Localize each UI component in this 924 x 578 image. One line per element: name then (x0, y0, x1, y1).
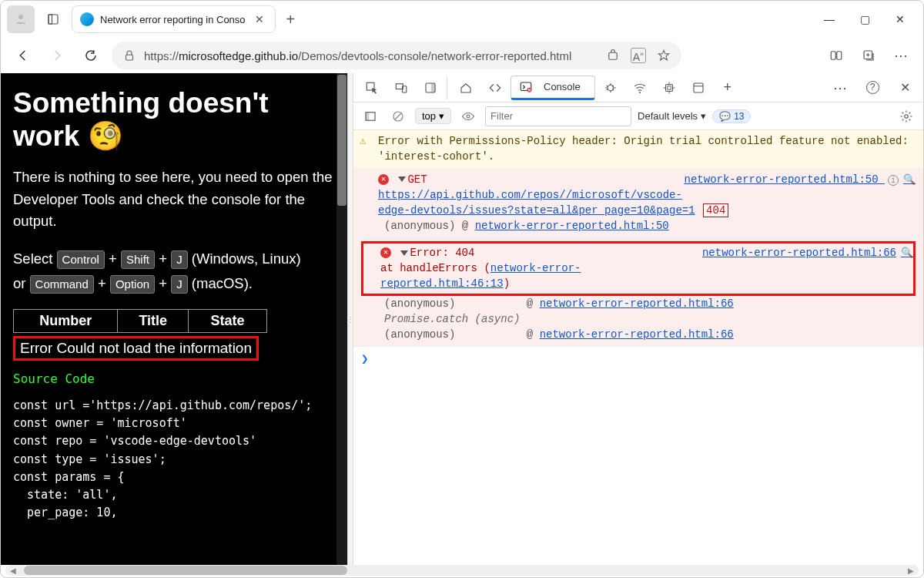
tab-elements[interactable] (481, 76, 509, 100)
clear-console-button[interactable] (387, 106, 409, 127)
stack-link[interactable]: network-error-reported.html:66 (540, 328, 734, 341)
device-emulation-button[interactable] (387, 76, 415, 100)
reload-button[interactable] (78, 42, 104, 69)
devtools-more-button[interactable]: ⋯ (826, 76, 854, 100)
log-levels-selector[interactable]: Default levels▾ (638, 110, 706, 122)
browser-titlebar: Network error reporting in Conso ✕ + — ▢… (1, 1, 923, 38)
collections-button[interactable] (855, 42, 882, 69)
error-icon: ✕ (380, 247, 391, 258)
close-icon: ✕ (900, 80, 910, 95)
chevron-down-icon: ▾ (439, 110, 444, 122)
devtools-help-button[interactable]: ? (859, 76, 886, 100)
scroll-left-button[interactable]: ◀ (7, 565, 19, 576)
workspaces-button[interactable] (39, 5, 67, 33)
stack-link[interactable]: network-error-reported.html:50 (475, 220, 669, 232)
stack-link[interactable]: network-error-reported.html:66 (540, 297, 734, 310)
svg-point-0 (18, 15, 23, 19)
txt: + (155, 275, 171, 291)
src-link-text[interactable]: network-error-reported.html:66 (702, 247, 896, 259)
console-error-row-1[interactable]: network-error-reported.html:50 i🔍 ✕ GET … (353, 169, 923, 238)
console-output[interactable]: Error with Permissions-Policy header: Or… (353, 130, 923, 565)
console-filter-input[interactable] (485, 106, 631, 126)
dock-side-button[interactable] (417, 76, 447, 100)
split-icon (829, 49, 843, 62)
browser-tab[interactable]: Network error reporting in Conso ✕ (72, 5, 276, 33)
maximize-button[interactable]: ▢ (848, 7, 882, 32)
back-button[interactable] (10, 42, 36, 69)
disclosure-triangle-icon[interactable] (400, 250, 408, 256)
url-host: microsoftedge.github.io (179, 49, 298, 62)
browser-menu-button[interactable]: ⋯ (888, 42, 914, 69)
console-toolbar: top▾ Default levels▾ 💬13 (353, 102, 923, 130)
source-link[interactable]: network-error-reported.html:66🔍 (702, 245, 913, 261)
scroll-right-button[interactable]: ▶ (905, 565, 917, 576)
url-text: https://microsoftedge.github.io/Demos/de… (144, 49, 571, 62)
new-tab-button[interactable]: + (280, 11, 302, 29)
person-icon (14, 12, 28, 26)
profile-avatar[interactable] (7, 5, 35, 33)
viewport-horizontal-scrollbar[interactable]: ◀ ▶ (5, 565, 919, 576)
console-warning-row[interactable]: Error with Permissions-Policy header: Or… (353, 130, 923, 169)
page-scroll-thumb[interactable] (337, 75, 346, 206)
issues-counter[interactable]: 💬13 (712, 109, 751, 123)
disclosure-triangle-icon[interactable] (398, 176, 406, 182)
devtools-splitter[interactable]: ⋮ (347, 73, 353, 565)
stack-fn: (anonymous) (384, 328, 455, 341)
source-code-block: const url ='https://api.github.com/repos… (13, 397, 335, 523)
arrow-right-icon (50, 49, 64, 62)
stack-frame: (anonymous) @ network-error-reported.htm… (361, 296, 916, 311)
svg-rect-12 (430, 83, 434, 92)
svg-rect-21 (366, 112, 370, 120)
tab-console[interactable]: Console (511, 76, 595, 100)
toolbar-right: ⋯ (823, 42, 914, 69)
inspect-element-button[interactable] (358, 76, 386, 100)
lock-icon (122, 49, 136, 62)
stack-frame: (anonymous) @ network-error-reported.htm… (361, 218, 916, 234)
tab-title: Network error reporting in Conso (100, 14, 246, 25)
tab-close-button[interactable]: ✕ (252, 13, 267, 25)
page-error-highlight: Error Could not load the information (13, 336, 259, 361)
console-settings-button[interactable] (896, 106, 917, 127)
edge-favicon-icon (80, 12, 94, 26)
info-icon[interactable]: i (888, 175, 899, 186)
svg-rect-3 (126, 55, 133, 60)
shopping-icon[interactable] (606, 49, 620, 62)
devtools-close-button[interactable]: ✕ (891, 76, 919, 100)
wifi-icon (633, 81, 647, 95)
console-error-row-2[interactable]: network-error-reported.html:66🔍 ✕ Error:… (353, 238, 923, 347)
tab-welcome[interactable] (452, 76, 480, 100)
live-expression-button[interactable] (457, 106, 479, 127)
search-icon[interactable]: 🔍 (901, 247, 913, 259)
split-screen-button[interactable] (823, 42, 849, 69)
close-window-button[interactable]: ✕ (883, 7, 917, 32)
request-url[interactable]: https://api.github.com/repos//microsoft/… (378, 189, 695, 217)
scroll-thumb[interactable] (24, 566, 347, 575)
favorite-star-icon[interactable] (657, 49, 671, 62)
clear-icon (391, 109, 405, 123)
src-link-text[interactable]: network-error-reported.html:50 (685, 173, 879, 186)
tab-sources[interactable] (597, 76, 624, 100)
collections-icon (862, 49, 875, 62)
svg-point-16 (639, 92, 641, 93)
console-prompt[interactable]: ❯ (353, 347, 923, 371)
tab-network[interactable] (626, 76, 654, 100)
tab-performance[interactable] (655, 76, 683, 100)
context-selector[interactable]: top▾ (415, 108, 451, 124)
address-bar[interactable]: https://microsoftedge.github.io/Demos/de… (112, 42, 681, 69)
ellipsis-icon: ⋯ (833, 79, 847, 96)
devices-icon (394, 81, 408, 95)
plus-icon: + (723, 79, 732, 96)
toggle-sidebar-button[interactable] (360, 106, 381, 127)
tab-application[interactable] (685, 76, 712, 100)
address-bar-row: https://microsoftedge.github.io/Demos/de… (1, 38, 923, 73)
svg-rect-19 (694, 83, 703, 92)
txt: (Windows, Linux) (188, 250, 301, 267)
source-link[interactable]: network-error-reported.html:50 i🔍 (685, 172, 916, 188)
page-vertical-scrollbar[interactable] (336, 73, 347, 565)
chevron-down-icon: ▾ (701, 110, 706, 122)
svg-rect-9 (396, 83, 403, 89)
minimize-button[interactable]: — (812, 7, 846, 32)
tab-add[interactable]: + (714, 76, 742, 100)
reader-mode-icon[interactable]: A» (631, 48, 646, 64)
search-icon[interactable]: 🔍 (903, 174, 916, 186)
